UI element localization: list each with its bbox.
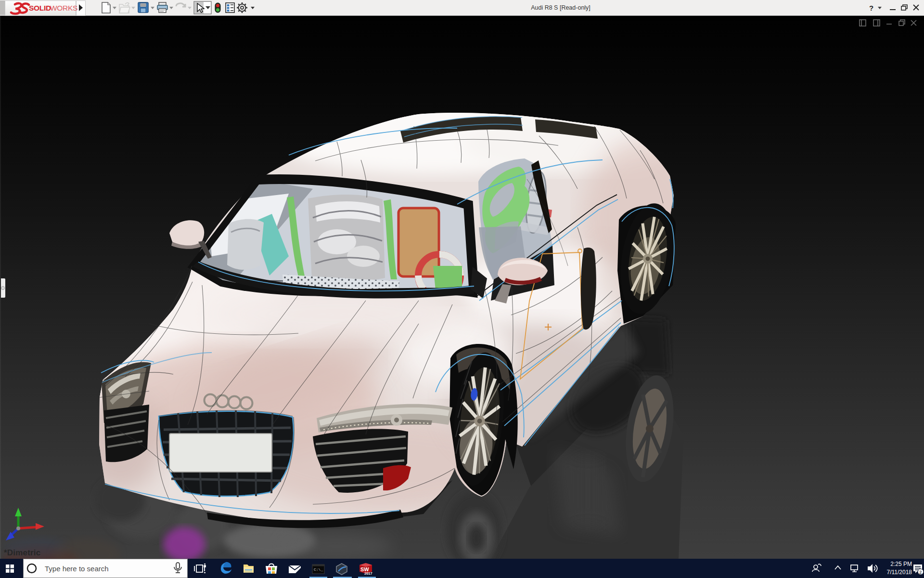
svg-text:2: 2: [919, 569, 922, 575]
svg-text:SOLID: SOLID: [29, 4, 51, 12]
svg-text:2017: 2017: [364, 571, 372, 576]
svg-text:?: ?: [869, 4, 873, 12]
svg-text:C:\_: C:\_: [314, 567, 323, 572]
svg-text:WORKS: WORKS: [50, 4, 77, 12]
